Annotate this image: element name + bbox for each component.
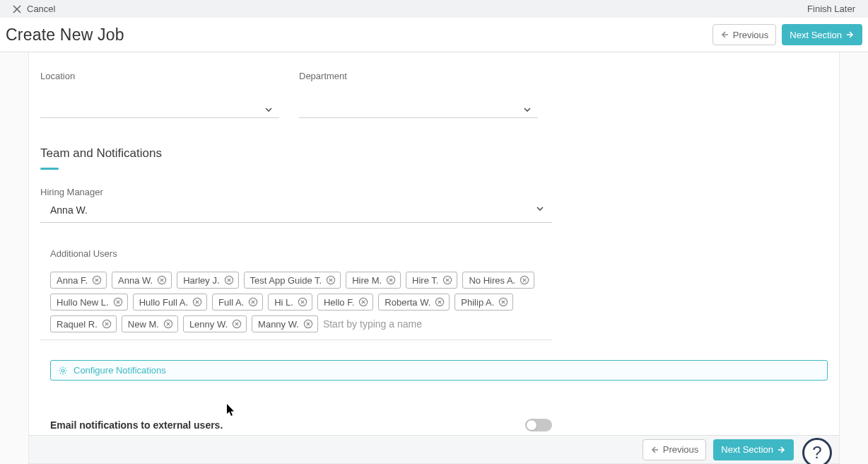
- user-chip-label: Philip A.: [461, 297, 494, 308]
- footer-previous-button[interactable]: Previous: [643, 439, 707, 460]
- location-field: Location: [40, 71, 279, 118]
- remove-chip-icon[interactable]: [192, 297, 202, 307]
- header-nav-buttons: Previous Next Section: [712, 24, 862, 45]
- additional-users-label: Additional Users: [40, 248, 828, 259]
- footer-next-label: Next Section: [721, 444, 773, 455]
- location-select[interactable]: [40, 101, 279, 118]
- user-chip-label: Hullo New L.: [57, 297, 109, 308]
- location-department-row: Location Department: [40, 71, 828, 118]
- remove-chip-icon[interactable]: [386, 275, 396, 285]
- user-chip-label: Full A.: [218, 297, 244, 308]
- configure-notifications-button[interactable]: Configure Notifications: [50, 360, 828, 381]
- user-chip-label: Manny W.: [258, 319, 299, 330]
- remove-chip-icon[interactable]: [298, 297, 307, 307]
- user-chip: New M.: [122, 315, 178, 332]
- chevron-down-icon: [535, 204, 545, 214]
- help-label: ?: [812, 443, 821, 463]
- remove-chip-icon[interactable]: [232, 319, 242, 329]
- department-label: Department: [299, 71, 538, 81]
- user-chip-label: Anna F.: [57, 275, 88, 286]
- remove-chip-icon[interactable]: [520, 275, 529, 285]
- remove-chip-icon[interactable]: [224, 275, 234, 285]
- user-chip: Hello F.: [317, 294, 373, 311]
- user-chip: No Hires A.: [462, 272, 534, 289]
- finish-later-label: Finish Later: [807, 4, 855, 14]
- previous-label: Previous: [733, 30, 769, 40]
- arrow-left-icon: [720, 30, 729, 39]
- cancel-button[interactable]: Cancel: [13, 4, 55, 14]
- additional-users-chips: Anna F.Anna W.Harley J.Test App Guide T.…: [40, 272, 552, 340]
- footer-next-button[interactable]: Next Section: [713, 439, 794, 460]
- arrow-right-icon: [846, 30, 855, 39]
- hiring-manager-value: Anna W.: [40, 204, 88, 216]
- department-select[interactable]: [299, 101, 538, 118]
- page-title: Create New Job: [6, 25, 124, 45]
- team-section-title: Team and Notifications: [40, 146, 828, 166]
- next-section-label: Next Section: [790, 30, 842, 40]
- user-chip-label: Harley J.: [183, 275, 219, 286]
- email-external-row: Email notifications to external users.: [50, 419, 552, 431]
- user-chip-label: Hire M.: [352, 275, 382, 286]
- configure-notifications-label: Configure Notifications: [74, 365, 166, 376]
- hiring-manager-label: Hiring Manager: [40, 187, 828, 197]
- arrow-left-icon: [650, 446, 659, 454]
- user-chip-label: New M.: [128, 319, 159, 330]
- additional-users-input[interactable]: [323, 317, 447, 331]
- remove-chip-icon[interactable]: [92, 275, 102, 285]
- previous-button[interactable]: Previous: [712, 24, 777, 45]
- department-field: Department: [299, 71, 538, 118]
- user-chip-label: Hi L.: [274, 297, 293, 308]
- user-chip: Hire T.: [406, 272, 457, 289]
- svg-point-58: [61, 369, 64, 371]
- remove-chip-icon[interactable]: [248, 297, 258, 307]
- top-bar: Cancel Finish Later: [0, 0, 868, 18]
- user-chip: Full A.: [212, 294, 263, 311]
- user-chip-label: Roberta W.: [385, 297, 430, 308]
- user-chip: Manny W.: [252, 315, 318, 332]
- user-chip-label: Hire T.: [412, 275, 438, 286]
- help-button[interactable]: ?: [802, 438, 832, 464]
- user-chip: Hi L.: [268, 294, 312, 311]
- header: Create New Job Previous Next Section: [0, 18, 868, 52]
- remove-chip-icon[interactable]: [163, 319, 173, 329]
- next-section-button[interactable]: Next Section: [782, 24, 862, 45]
- footer-bar: Previous Next Section ?: [29, 435, 839, 463]
- remove-chip-icon[interactable]: [442, 275, 452, 285]
- close-icon: [13, 5, 21, 13]
- arrow-right-icon: [778, 446, 786, 454]
- remove-chip-icon[interactable]: [435, 297, 445, 307]
- user-chip-label: Raquel R.: [57, 319, 98, 330]
- user-chip: Philip A.: [454, 294, 513, 311]
- toggle-knob: [527, 420, 536, 430]
- hiring-manager-select[interactable]: Anna W.: [40, 197, 552, 223]
- user-chip: Hire M.: [346, 272, 401, 289]
- user-chip-label: Lenny W.: [189, 319, 228, 330]
- finish-later-button[interactable]: Finish Later: [807, 4, 855, 14]
- content-wrap: Location Department: [0, 52, 868, 464]
- remove-chip-icon[interactable]: [498, 297, 508, 307]
- remove-chip-icon[interactable]: [326, 275, 336, 285]
- chevron-down-icon: [522, 105, 532, 115]
- user-chip: Raquel R.: [50, 315, 117, 332]
- remove-chip-icon[interactable]: [358, 297, 368, 307]
- user-chip: Hullo Full A.: [133, 294, 207, 311]
- user-chip-label: No Hires A.: [469, 275, 515, 286]
- email-external-toggle[interactable]: [525, 419, 552, 431]
- user-chip: Roberta W.: [378, 294, 450, 311]
- remove-chip-icon[interactable]: [157, 275, 167, 285]
- section-underline: [40, 168, 59, 170]
- footer-previous-label: Previous: [663, 444, 699, 455]
- location-label: Location: [40, 71, 279, 81]
- user-chip-label: Test App Guide T.: [250, 275, 322, 286]
- remove-chip-icon[interactable]: [303, 319, 313, 329]
- email-external-label: Email notifications to external users.: [50, 419, 223, 431]
- remove-chip-icon[interactable]: [113, 297, 123, 307]
- remove-chip-icon[interactable]: [102, 319, 112, 329]
- user-chip: Test App Guide T.: [244, 272, 341, 289]
- user-chip-label: Hello F.: [324, 297, 354, 308]
- user-chip-label: Hullo Full A.: [139, 297, 188, 308]
- form-panel: Location Department: [28, 52, 840, 464]
- gear-icon: [58, 366, 68, 376]
- user-chip: Anna F.: [50, 272, 107, 289]
- user-chip-label: Anna W.: [118, 275, 153, 286]
